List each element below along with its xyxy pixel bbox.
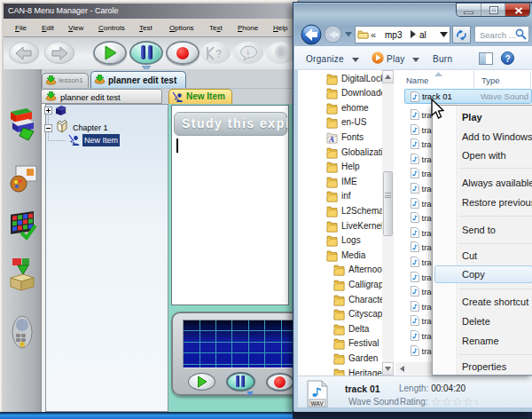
svg-text:A: A [328,135,334,144]
svg-text:?: ? [505,54,511,64]
svg-text:WAV: WAV [311,400,325,407]
svg-text:?: ? [215,48,222,60]
